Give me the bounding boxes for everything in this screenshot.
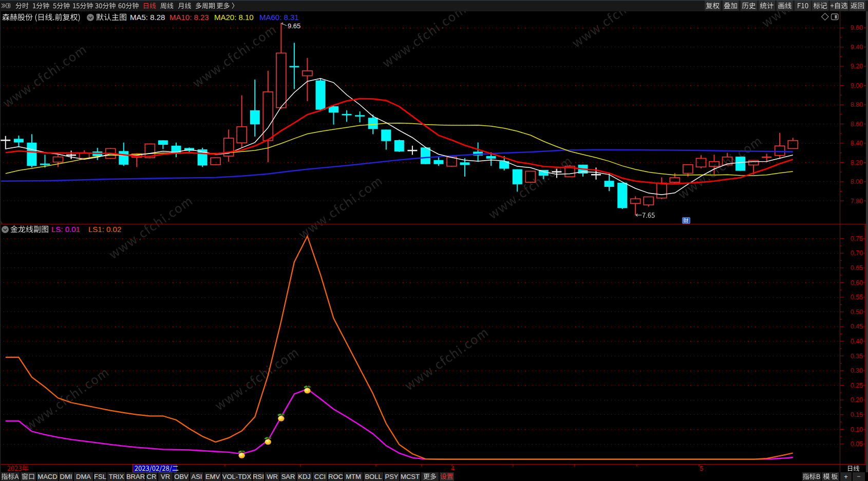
svg-text:MCST: MCST xyxy=(401,473,420,480)
svg-text:EMV: EMV xyxy=(205,473,220,480)
svg-text:0.65: 0.65 xyxy=(851,264,863,272)
svg-text:9.00: 9.00 xyxy=(851,82,863,89)
svg-text:0.10: 0.10 xyxy=(851,426,863,433)
svg-text:PSY: PSY xyxy=(385,473,398,480)
svg-text:LS1: 0.02: LS1: 0.02 xyxy=(88,225,121,234)
svg-text:VOL-TDX: VOL-TDX xyxy=(222,473,252,480)
svg-text:0.60: 0.60 xyxy=(851,279,863,286)
svg-text:MACD: MACD xyxy=(37,473,57,480)
svg-text:0.20: 0.20 xyxy=(851,396,863,403)
svg-text:8.80: 8.80 xyxy=(851,101,863,108)
svg-text:DMI: DMI xyxy=(60,473,72,480)
svg-text:KDJ: KDJ xyxy=(298,473,311,480)
svg-text:FSL: FSL xyxy=(94,473,106,480)
svg-text:MA5: 8.28: MA5: 8.28 xyxy=(130,13,165,22)
svg-text:8.60: 8.60 xyxy=(851,121,863,128)
svg-text:ASI: ASI xyxy=(192,473,202,480)
svg-text:0.30: 0.30 xyxy=(851,367,863,374)
svg-text:0.70: 0.70 xyxy=(851,249,863,257)
svg-text:ROC: ROC xyxy=(328,473,343,480)
svg-text:0.15: 0.15 xyxy=(851,411,863,418)
svg-text:BOLL: BOLL xyxy=(365,473,382,480)
svg-text:CCI: CCI xyxy=(314,473,326,480)
svg-text:0.50: 0.50 xyxy=(851,309,863,316)
svg-text:WR: WR xyxy=(267,473,278,480)
svg-text:0.25: 0.25 xyxy=(851,382,863,389)
svg-text:+: + xyxy=(844,473,848,480)
svg-text:5: 5 xyxy=(700,465,703,472)
svg-text:BRAR: BRAR xyxy=(126,473,145,480)
svg-text:9.20: 9.20 xyxy=(851,63,863,70)
svg-text:TRIX: TRIX xyxy=(109,473,124,480)
svg-text:DMA: DMA xyxy=(76,473,91,480)
svg-text:0.35: 0.35 xyxy=(851,353,863,360)
svg-text:7.80: 7.80 xyxy=(851,198,863,205)
svg-text:CR: CR xyxy=(147,473,157,480)
svg-text:VR: VR xyxy=(161,473,170,480)
svg-text:MA20: 8.10: MA20: 8.10 xyxy=(214,13,254,22)
svg-text:OBV: OBV xyxy=(174,473,188,480)
svg-text:0.40: 0.40 xyxy=(851,338,863,345)
svg-text:MA60: 8.31: MA60: 8.31 xyxy=(259,13,299,22)
svg-text:SAR: SAR xyxy=(281,473,295,480)
svg-text:MA10: 8.23: MA10: 8.23 xyxy=(169,13,209,22)
svg-text:MTM: MTM xyxy=(346,473,361,480)
svg-text:4: 4 xyxy=(451,465,455,472)
svg-text:0.75: 0.75 xyxy=(851,235,863,242)
svg-text:8.40: 8.40 xyxy=(851,140,863,147)
svg-text:8.20: 8.20 xyxy=(851,159,863,166)
svg-text:RSI: RSI xyxy=(253,473,264,480)
svg-text:9.40: 9.40 xyxy=(851,44,863,51)
svg-text:0.05: 0.05 xyxy=(851,440,863,448)
svg-text:8.00: 8.00 xyxy=(851,178,863,185)
svg-text:LS: 0.01: LS: 0.01 xyxy=(51,225,80,234)
svg-text:9.65: 9.65 xyxy=(288,22,300,30)
svg-text:9.60: 9.60 xyxy=(851,24,863,31)
svg-text:0.45: 0.45 xyxy=(851,323,863,330)
svg-text:0.55: 0.55 xyxy=(851,294,863,301)
